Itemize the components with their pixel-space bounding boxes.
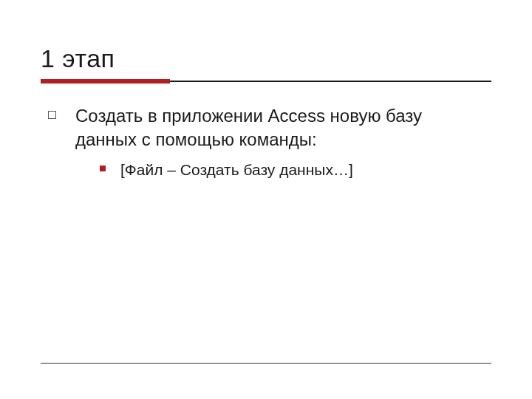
sub-list-item: [Файл – Создать базу данных…] <box>100 160 491 180</box>
footer-rule <box>41 363 491 364</box>
title-underline <box>41 79 491 83</box>
slide: 1 этап Создать в приложении Access новую… <box>0 0 532 399</box>
sub-list-item-text: [Файл – Создать базу данных…] <box>120 160 353 180</box>
square-filled-bullet-icon <box>100 166 106 171</box>
square-bullet-icon <box>48 111 56 119</box>
slide-title: 1 этап <box>41 44 491 73</box>
thin-rule <box>170 79 491 83</box>
accent-bar <box>41 79 170 83</box>
list-item-text: Создать в приложении Access новую базу д… <box>75 104 467 152</box>
slide-body: Создать в приложении Access новую базу д… <box>41 104 491 180</box>
list-item: Создать в приложении Access новую базу д… <box>48 104 491 152</box>
